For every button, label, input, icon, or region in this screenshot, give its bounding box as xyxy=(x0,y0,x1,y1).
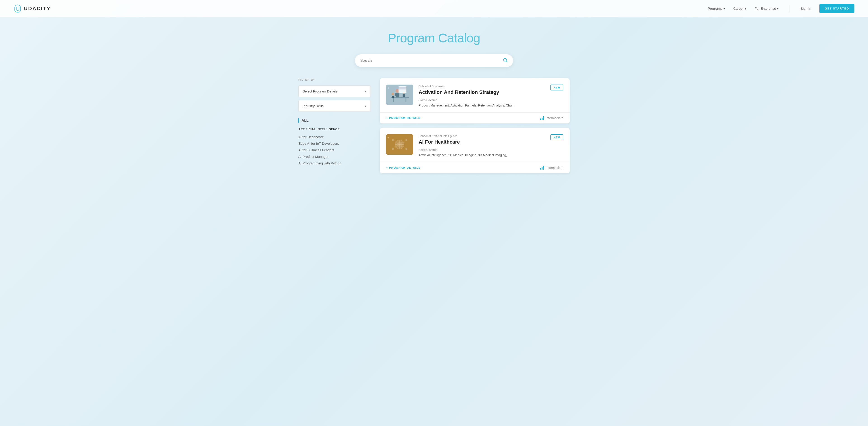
school-label-1: School of Business xyxy=(418,85,545,88)
all-bar-indicator xyxy=(298,118,299,123)
business-illustration-icon: ∪ xyxy=(386,85,413,105)
programs-chevron-icon: ▾ xyxy=(723,6,725,11)
card-body-1: School of Business Activation And Retent… xyxy=(418,85,545,108)
svg-rect-13 xyxy=(392,96,394,98)
ai-healthcare-illustration-icon: ∪ xyxy=(386,134,413,155)
all-filter-label[interactable]: ALL xyxy=(298,118,371,123)
svg-point-26 xyxy=(392,148,394,150)
filter-label: FILTER BY xyxy=(298,78,371,82)
search-icon xyxy=(503,57,508,62)
svg-point-25 xyxy=(405,139,407,141)
page-title: Program Catalog xyxy=(4,31,864,45)
svg-rect-14 xyxy=(399,86,406,93)
nav-links: Programs ▾ Career ▾ For Enterprise ▾ Sig… xyxy=(708,4,855,13)
skills-label-2: Skills Covered xyxy=(418,148,545,152)
card-top-2: ∪ School of Artificial Intelligence AI F… xyxy=(380,128,569,162)
svg-point-27 xyxy=(405,148,407,150)
sign-in-button[interactable]: Sign In xyxy=(801,6,811,10)
enterprise-nav-link[interactable]: For Enterprise ▾ xyxy=(754,6,779,11)
nav-divider xyxy=(789,5,790,12)
new-badge-2: NEW xyxy=(550,134,563,140)
card-body-2: School of Artificial Intelligence AI For… xyxy=(418,134,545,158)
card-ai-healthcare: ∪ School of Artificial Intelligence AI F… xyxy=(380,128,569,173)
svg-line-1 xyxy=(506,61,507,62)
sidebar-item-ai-healthcare[interactable]: AI for Healthcare xyxy=(298,134,371,140)
card-title-1: Activation And Retention Strategy xyxy=(418,89,545,95)
svg-rect-5 xyxy=(405,98,406,102)
program-details-button-1[interactable]: + PROGRAM DETAILS xyxy=(386,117,421,120)
svg-point-24 xyxy=(392,139,394,141)
card-footer-1: + PROGRAM DETAILS Intermediate xyxy=(380,112,569,123)
sidebar-item-ai-business[interactable]: AI for Business Leaders xyxy=(298,147,371,153)
main-content: FILTER BY Select Program Details ▾ Indus… xyxy=(289,78,579,187)
school-label-2: School of Artificial Intelligence xyxy=(418,134,545,138)
card-title-2: AI For Healthcare xyxy=(418,139,545,145)
card-activation-retention: ∪ School of Business Activation And Rete… xyxy=(380,78,569,123)
search-button[interactable] xyxy=(503,57,508,64)
card-thumb-1: ∪ xyxy=(386,85,413,105)
industry-skills-select[interactable]: Industry Skills ▾ xyxy=(298,100,371,112)
level-indicator-1: Intermediate xyxy=(540,116,563,120)
new-badge-1: NEW xyxy=(550,85,563,90)
navbar: UDACITY Programs ▾ Career ▾ For Enterpri… xyxy=(0,0,868,17)
enterprise-chevron-icon: ▾ xyxy=(777,6,779,11)
skills-text-1: Product Management, Activation Funnels, … xyxy=(418,103,545,108)
udacity-logo-icon xyxy=(13,4,22,13)
svg-rect-9 xyxy=(398,93,399,96)
svg-rect-11 xyxy=(403,94,405,97)
logo-text: UDACITY xyxy=(24,6,51,11)
sidebar-item-edge-ai[interactable]: Edge AI for IoT Developers xyxy=(298,140,371,147)
sidebar: FILTER BY Select Program Details ▾ Indus… xyxy=(298,78,371,173)
get-started-button[interactable]: GET STARTED xyxy=(819,4,855,13)
svg-rect-4 xyxy=(393,98,394,102)
ai-category-label: ARTIFICIAL INTELLIGENCE xyxy=(298,127,371,131)
card-top-1: ∪ School of Business Activation And Rete… xyxy=(380,78,569,112)
card-footer-2: + PROGRAM DETAILS Intermediate xyxy=(380,162,569,173)
skills-text-2: Artificial Intelligence, 2D Medical Imag… xyxy=(418,153,545,158)
sidebar-item-ai-product[interactable]: AI Product Manager xyxy=(298,153,371,160)
hero-area: Program Catalog xyxy=(0,17,868,54)
svg-text:∪: ∪ xyxy=(388,87,389,89)
card-thumb-2: ∪ xyxy=(386,134,413,155)
logo-area[interactable]: UDACITY xyxy=(13,4,51,13)
skills-label-1: Skills Covered xyxy=(418,98,545,102)
career-nav-link[interactable]: Career ▾ xyxy=(733,6,746,11)
catalog-area: ∪ School of Business Activation And Rete… xyxy=(380,78,569,173)
svg-text:∪: ∪ xyxy=(388,137,389,139)
program-details-chevron-icon: ▾ xyxy=(365,90,366,93)
career-chevron-icon: ▾ xyxy=(745,6,746,11)
search-box xyxy=(355,54,513,67)
programs-nav-link[interactable]: Programs ▾ xyxy=(708,6,725,11)
search-area xyxy=(0,54,868,78)
level-chart-icon-1 xyxy=(540,116,544,120)
sidebar-item-ai-python[interactable]: AI Programming with Python xyxy=(298,160,371,166)
search-input[interactable] xyxy=(360,59,503,63)
program-details-select[interactable]: Select Program Details ▾ xyxy=(298,86,371,97)
level-indicator-2: Intermediate xyxy=(540,166,563,170)
svg-point-12 xyxy=(392,93,394,95)
level-chart-icon-2 xyxy=(540,166,544,170)
program-details-button-2[interactable]: + PROGRAM DETAILS xyxy=(386,166,421,170)
industry-skills-chevron-icon: ▾ xyxy=(365,104,366,108)
svg-rect-8 xyxy=(395,93,397,96)
